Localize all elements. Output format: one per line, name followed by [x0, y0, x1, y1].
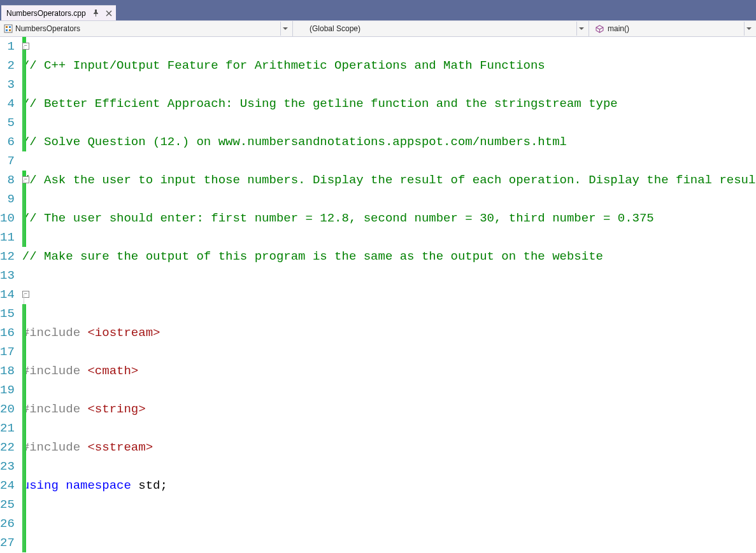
code-editor[interactable]: 1 2 3 4 5 6 7 8 9 10 11 12 13 14 15 16 1… — [0, 37, 756, 553]
code-line: #include <string> — [22, 400, 756, 419]
line-number: 22 — [0, 438, 15, 457]
chevron-down-icon[interactable] — [280, 22, 290, 36]
nav-project-label: NumbersOperators — [15, 24, 80, 33]
tab-numbersoperators-cpp[interactable]: NumbersOperators.cpp — [1, 5, 116, 20]
line-number: 24 — [0, 476, 15, 495]
tab-filename: NumbersOperators.cpp — [6, 9, 86, 18]
code-line: using namespace std; — [22, 476, 756, 495]
line-number: 14 — [0, 285, 15, 304]
code-line: // The user should enter: first number =… — [22, 209, 756, 228]
line-number: 8 — [0, 171, 15, 190]
outline-guide — [24, 46, 24, 151]
line-number: 13 — [0, 266, 15, 285]
line-number: 26 — [0, 514, 15, 533]
code-line — [22, 514, 756, 533]
outline-guide — [24, 295, 24, 552]
code-line: #include <cmath> — [22, 361, 756, 381]
code-line: // Ask the user to input those numbers. … — [22, 171, 756, 190]
line-number: 9 — [0, 190, 15, 209]
line-number-gutter: 1 2 3 4 5 6 7 8 9 10 11 12 13 14 15 16 1… — [0, 37, 22, 553]
code-line — [22, 285, 756, 304]
code-line: // Solve Question (12.) on www.numbersan… — [22, 132, 756, 151]
project-icon — [4, 24, 13, 33]
line-number: 23 — [0, 457, 15, 476]
change-marker — [22, 304, 26, 552]
line-number: 3 — [0, 75, 15, 94]
line-number: 10 — [0, 209, 15, 228]
svg-rect-3 — [6, 29, 8, 31]
line-number: 20 — [0, 400, 15, 419]
line-number: 18 — [0, 361, 15, 381]
line-number: 2 — [0, 56, 15, 75]
svg-rect-0 — [4, 25, 12, 32]
nav-function-label: main() — [608, 24, 629, 33]
line-number: 19 — [0, 381, 15, 400]
nav-scope-dropdown[interactable]: (Global Scope) — [293, 21, 588, 36]
nav-project-dropdown[interactable]: NumbersOperators — [0, 21, 292, 36]
line-number: 11 — [0, 228, 15, 247]
nav-scope-label: (Global Scope) — [310, 24, 360, 33]
nav-function-dropdown[interactable]: main() — [589, 21, 756, 36]
close-icon[interactable] — [106, 10, 112, 17]
line-number: 21 — [0, 419, 15, 438]
line-number: 16 — [0, 323, 15, 342]
code-line: // Make sure the output of this program … — [22, 247, 756, 266]
change-marker — [22, 37, 26, 151]
line-number: 25 — [0, 495, 15, 514]
svg-rect-1 — [6, 26, 8, 28]
line-number: 12 — [0, 247, 15, 266]
line-number: 1 — [0, 37, 15, 56]
line-number: 27 — [0, 533, 15, 552]
chevron-down-icon[interactable] — [576, 22, 586, 36]
titlebar-spacer — [0, 0, 756, 5]
code-line: // Better Efficient Approach: Using the … — [22, 94, 756, 113]
document-tab-strip: NumbersOperators.cpp — [0, 5, 756, 20]
method-icon — [596, 25, 604, 33]
line-number: 15 — [0, 304, 15, 323]
code-line: #include <iostream> — [22, 323, 756, 342]
svg-rect-2 — [9, 26, 11, 28]
code-content[interactable]: // C++ Input/Output Feature for Arithmet… — [22, 37, 756, 553]
line-number: 4 — [0, 94, 15, 113]
line-number: 5 — [0, 113, 15, 132]
code-line: // C++ Input/Output Feature for Arithmet… — [22, 56, 756, 75]
chevron-down-icon[interactable] — [744, 22, 753, 36]
navigation-bar: NumbersOperators (Global Scope) main() — [0, 20, 756, 37]
outline-guide — [24, 180, 24, 247]
svg-rect-4 — [9, 29, 11, 31]
code-line: #include <sstream> — [22, 438, 756, 457]
line-number: 6 — [0, 132, 15, 151]
pin-icon[interactable] — [92, 10, 99, 17]
line-number: 17 — [0, 342, 15, 361]
line-number: 7 — [0, 151, 15, 171]
